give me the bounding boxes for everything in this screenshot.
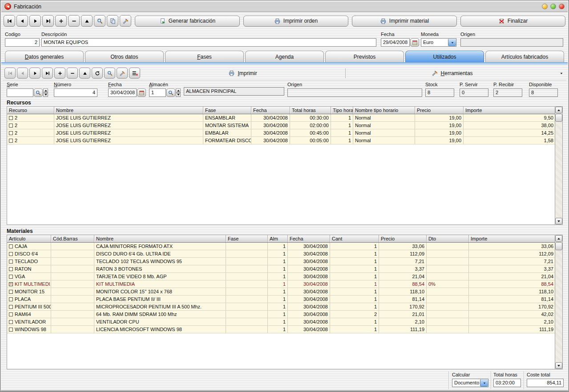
detail-edit-button[interactable] (79, 68, 90, 79)
row-checkbox[interactable] (9, 320, 13, 324)
edit-record-button[interactable] (81, 15, 93, 27)
column-header[interactable]: Fase (226, 235, 268, 242)
row-checkbox[interactable] (9, 260, 13, 264)
column-header[interactable]: Fecha (288, 235, 330, 242)
column-header[interactable]: Tipo horario (331, 107, 353, 114)
calendar-icon[interactable] (410, 38, 419, 47)
table-row[interactable]: PENTIUM III 500MICROPROCESADOR PENTIUM I… (7, 303, 555, 311)
detail-tools-button[interactable] (117, 68, 128, 79)
scroll-down-icon[interactable] (555, 362, 562, 369)
tab-agenda[interactable]: Agenda (245, 51, 324, 62)
delete-record-button[interactable] (68, 15, 80, 27)
last-record-button[interactable] (42, 15, 54, 27)
detail-next-button[interactable] (29, 68, 40, 79)
column-header[interactable]: Artículo (7, 235, 51, 242)
detail-delete-button[interactable] (67, 68, 78, 79)
chevron-down-icon[interactable] (448, 39, 456, 46)
maximize-button[interactable] (550, 4, 556, 9)
column-header[interactable]: Cód.Barras (51, 235, 94, 242)
imprimir-material-button[interactable]: Imprimir material (352, 16, 457, 27)
chevron-down-icon[interactable] (480, 379, 488, 387)
column-header[interactable]: Nombre (54, 107, 203, 114)
detail-first-button[interactable] (4, 68, 16, 79)
table-row[interactable]: MONITOR 15MONITOR COLOR 15'' 1024 x 7681… (7, 288, 555, 296)
imprimir-orden-button[interactable]: Imprimir orden (243, 16, 348, 27)
column-header[interactable]: Precio (415, 107, 464, 114)
row-checkbox[interactable] (9, 297, 13, 301)
moneda-select[interactable]: Euro (421, 38, 456, 47)
scrollbar-thumb[interactable] (555, 242, 562, 250)
row-checkbox[interactable] (9, 244, 13, 248)
column-header[interactable]: Alm (268, 235, 288, 242)
row-checkbox[interactable] (9, 275, 13, 279)
tab-utilizados[interactable]: Utilizados (405, 51, 484, 62)
descripcion-field[interactable]: MONTAR EQUIPOS (41, 38, 376, 47)
detail-last-button[interactable] (42, 68, 53, 79)
table-row[interactable]: 2JOSE LUIS GUTIERREZENSAMBLAR30/04/20080… (7, 114, 555, 122)
generar-fabricacion-button[interactable]: Generar fabricación (135, 16, 240, 27)
table-row[interactable]: PLACAPLACA BASE PENTIUM II/ III130/04/20… (7, 296, 555, 303)
detail-insert-button[interactable] (54, 68, 65, 79)
almacen-field[interactable]: 1 (149, 88, 166, 97)
scroll-down-icon[interactable] (555, 218, 562, 224)
row-checkbox[interactable] (9, 139, 13, 143)
table-row[interactable]: VENTILADORVENTILADOR CPU130/04/200812,10… (7, 318, 555, 326)
row-checkbox[interactable] (9, 252, 13, 256)
tab-articulos-fabricados[interactable]: Artículos fabricados (485, 51, 564, 62)
recursos-scrollbar[interactable] (555, 107, 562, 224)
detail-list-button[interactable] (129, 68, 140, 79)
calendar-icon[interactable] (137, 88, 146, 97)
tab-fases[interactable]: Fases (165, 51, 244, 62)
first-record-button[interactable] (4, 15, 15, 27)
column-header[interactable]: Dto (427, 235, 469, 242)
row-checkbox[interactable] (9, 328, 13, 332)
column-header[interactable]: Nombre (94, 235, 226, 242)
herramientas-button[interactable]: Herramientas (347, 68, 557, 79)
finalizar-button[interactable]: Finalizar (460, 16, 565, 27)
toolbar-overflow-chevron-icon[interactable] (558, 71, 565, 76)
table-row[interactable]: +KIT MULTIMEDI.KIT MULTIMEDIA130/04/2008… (7, 280, 555, 288)
table-row[interactable]: CAJACAJA MINITORRE FORMATO ATX130/04/200… (7, 243, 555, 250)
row-checkbox[interactable] (9, 116, 13, 120)
row-checkbox[interactable] (9, 305, 13, 309)
table-row[interactable]: 2JOSE LUIS GUTIERREZMONTAR SISTEMA30/04/… (7, 122, 555, 129)
calcular-select[interactable]: Documento (452, 379, 488, 387)
numero-field[interactable]: 4 (54, 88, 97, 97)
minimize-button[interactable] (542, 4, 548, 9)
column-header[interactable]: Importe (464, 107, 555, 114)
fecha-field[interactable]: 29/04/2008 (381, 38, 410, 47)
title-bar[interactable]: Fabricación (1, 1, 568, 12)
table-row[interactable]: VGATARJETA DE VIDEO 8 Mb. AGP130/04/2008… (7, 273, 555, 280)
prior-record-button[interactable] (16, 15, 28, 27)
tab-datos-generales[interactable]: Datos generales (5, 51, 84, 62)
tab-otros-datos[interactable]: Otros datos (85, 51, 164, 62)
column-header[interactable]: Fecha (251, 107, 290, 114)
row-checkbox[interactable] (9, 290, 13, 294)
row-checkbox[interactable] (9, 124, 13, 128)
serie-stepper[interactable] (43, 88, 48, 97)
tab-previstos[interactable]: Previstos (325, 51, 404, 62)
column-header[interactable]: Total horas (290, 107, 331, 114)
search-button[interactable] (94, 15, 105, 27)
column-header[interactable]: Importe (469, 235, 555, 242)
next-record-button[interactable] (29, 15, 41, 27)
materiales-scrollbar[interactable] (555, 235, 562, 369)
table-row[interactable]: DISCO 6'4DISCO DURO 6'4 Gb. ULTRA IDE130… (7, 250, 555, 258)
table-row[interactable]: 2JOSE LUIS GUTIERREZFORMATEAR DISCO30/04… (7, 137, 555, 144)
column-header[interactable]: Cant (330, 235, 379, 242)
table-row[interactable]: 2JOSE LUIS GUTIERREZEMBALAR30/04/200800:… (7, 129, 555, 137)
close-button[interactable] (559, 4, 565, 9)
codigo-field[interactable]: 2 (5, 38, 40, 47)
table-row[interactable]: RATONRATON 3 BOTONES130/04/200813,373,37 (7, 265, 555, 273)
almacen-search-icon[interactable] (166, 88, 175, 97)
column-header[interactable]: Fase (203, 107, 251, 114)
almacen-stepper[interactable] (176, 88, 181, 97)
serie-field[interactable] (7, 88, 33, 97)
table-row[interactable]: RAM6464 Mb. RAM DIMM SDRAM 100 Mhz130/04… (7, 311, 555, 318)
table-row[interactable]: TECLADOTECLADO 102 TECLAS WINDOWS 95130/… (7, 258, 555, 265)
column-header[interactable]: Recurso (7, 107, 54, 114)
serie-search-icon[interactable] (34, 88, 43, 97)
detail-refresh-button[interactable] (92, 68, 103, 79)
expand-box-icon[interactable]: + (9, 282, 13, 286)
row-checkbox[interactable] (9, 131, 13, 135)
